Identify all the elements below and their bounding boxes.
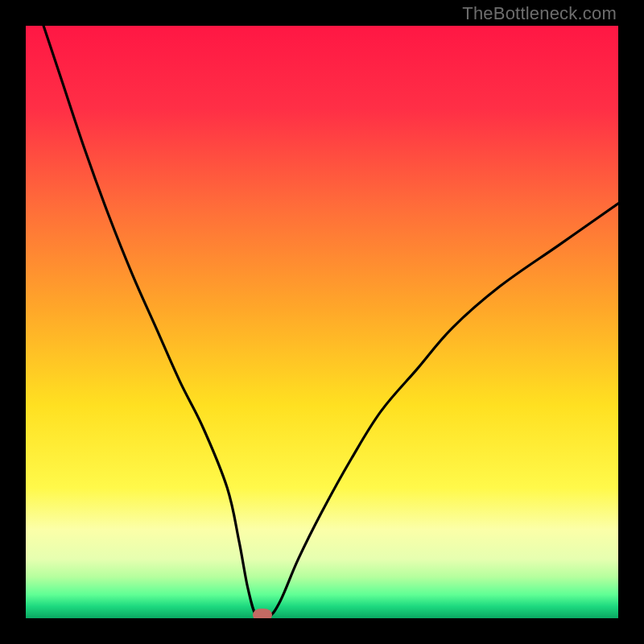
curve-layer [26, 26, 618, 618]
optimum-marker [253, 609, 272, 618]
bottleneck-curve [43, 26, 618, 618]
watermark-text: TheBottleneck.com [462, 3, 617, 24]
chart-frame: TheBottleneck.com [0, 0, 644, 644]
plot-area [26, 26, 618, 618]
